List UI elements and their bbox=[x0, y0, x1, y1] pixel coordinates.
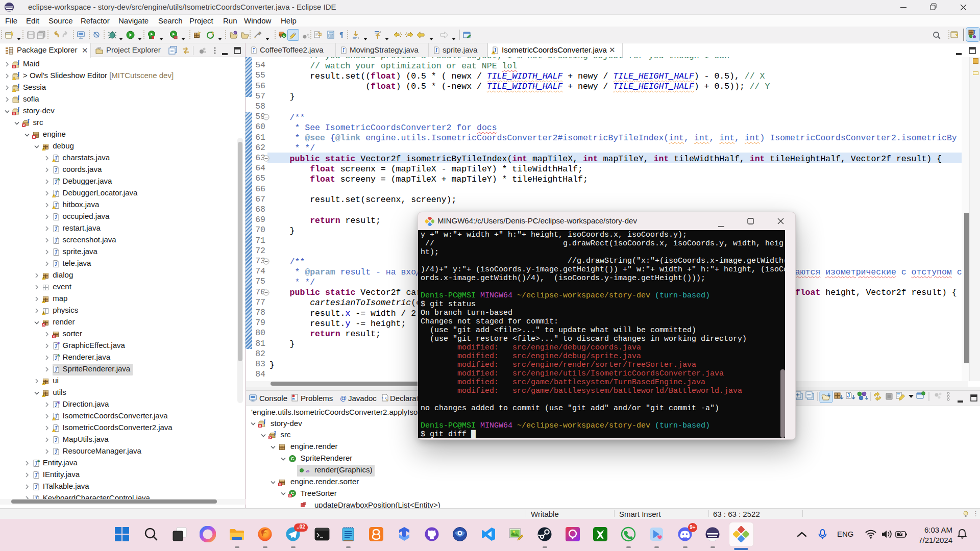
svg-text:@: @ bbox=[340, 394, 347, 402]
svg-text:A: A bbox=[37, 459, 40, 463]
svg-text:¶: ¶ bbox=[339, 31, 344, 39]
svg-text:C: C bbox=[283, 34, 285, 37]
svg-text:F: F bbox=[57, 342, 60, 345]
svg-text:C: C bbox=[290, 456, 294, 461]
svg-text:J: J bbox=[847, 393, 850, 398]
svg-text:A: A bbox=[57, 354, 60, 357]
svg-text:I: I bbox=[37, 483, 38, 486]
svg-text:E: E bbox=[57, 400, 60, 404]
svg-text:I: I bbox=[37, 471, 38, 474]
svg-text:A: A bbox=[57, 178, 60, 181]
